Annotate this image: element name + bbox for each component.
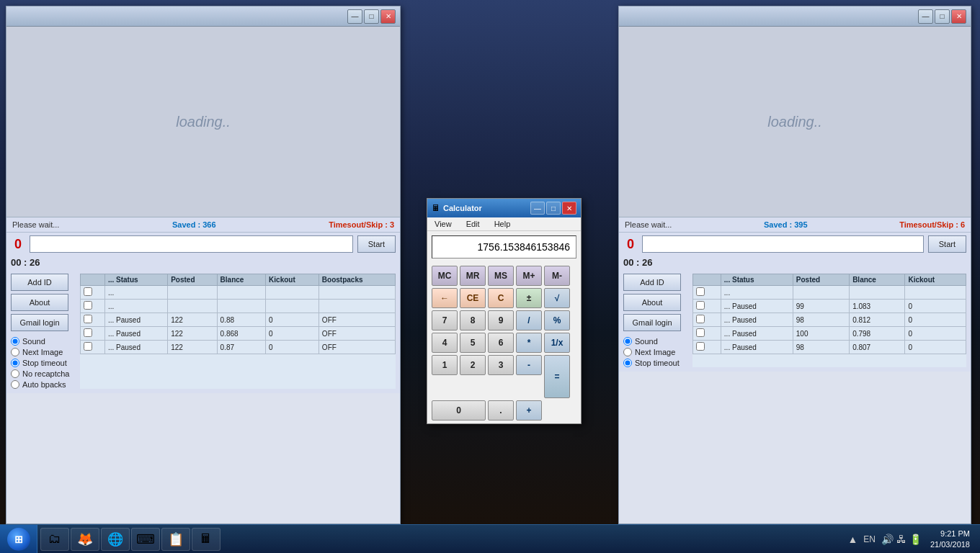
cell-boostpacks: [318, 286, 395, 300]
cell-blance: [217, 286, 266, 300]
window-controls-2: — □ ✕: [918, 9, 966, 24]
calc-btn-div[interactable]: /: [516, 310, 542, 331]
taskbar-item-chrome[interactable]: 🌐: [101, 528, 130, 551]
input-field-1[interactable]: [30, 235, 353, 253]
calc-btn-4[interactable]: 4: [432, 333, 458, 353]
radio-stoptimeout-1[interactable]: Stop timeout: [11, 359, 76, 367]
titlebar-2: — □ ✕: [619, 6, 971, 27]
cell-kickout: 0: [905, 313, 966, 327]
saved-1: Saved : 366: [172, 220, 216, 229]
calc-btn-8[interactable]: 8: [460, 310, 486, 331]
titlebar-1: — □ ✕: [6, 6, 400, 27]
calc-btn-inv[interactable]: 1/x: [544, 333, 570, 353]
gmail-btn-2[interactable]: Gmail login: [623, 314, 681, 331]
start-btn-1[interactable]: Start: [357, 235, 396, 253]
cell-check[interactable]: [693, 327, 721, 341]
table-row: ...: [81, 300, 396, 313]
cell-status: ...: [104, 286, 167, 300]
clock-date: 21/03/2018: [930, 539, 970, 549]
calc-btn-pct[interactable]: %: [544, 310, 570, 331]
calc-btn-mul[interactable]: *: [516, 333, 542, 353]
calc-btn-sqrt[interactable]: √: [544, 288, 570, 308]
calc-btn-9[interactable]: 9: [488, 310, 514, 331]
calc-btn-ms[interactable]: MS: [488, 266, 514, 286]
gmail-btn-1[interactable]: Gmail login: [11, 314, 68, 331]
radio-nextimage-2[interactable]: Next Image: [623, 348, 688, 356]
minimize-btn-2[interactable]: —: [918, 9, 933, 24]
col-status-2: ... Status: [721, 274, 793, 286]
window-controls-1: — □ ✕: [347, 9, 396, 24]
network-icon[interactable]: 🖧: [896, 534, 906, 545]
cell-check[interactable]: [81, 341, 105, 354]
radio-sound-1[interactable]: Sound: [11, 337, 76, 346]
cell-check[interactable]: [693, 313, 721, 327]
calc-btn-1[interactable]: 1: [432, 355, 458, 375]
radio-norecaptcha-1[interactable]: No recaptcha: [11, 369, 76, 378]
taskbar-items: 🗂 🦊 🌐 ⌨ 📋 🖩: [37, 525, 223, 553]
taskbar-right: ▲ EN 🔊 🖧 🔋 9:21 PM 21/03/2018: [842, 525, 980, 553]
add-id-btn-1[interactable]: Add ID: [11, 274, 68, 291]
radio-group-2: Sound Next Image Stop timeout: [623, 337, 688, 367]
cell-check[interactable]: [81, 286, 105, 300]
calc-btn-3[interactable]: 3: [488, 355, 514, 375]
calc-btn-c[interactable]: C: [488, 288, 514, 308]
cell-check[interactable]: [693, 286, 721, 300]
cell-blance: 0.87: [217, 341, 266, 354]
calc-row0: 0 . +: [432, 400, 576, 421]
calc-menu-edit[interactable]: Edit: [463, 219, 483, 229]
calculator-window: 🖩 Calculator — □ ✕ View Edit Help 1756.1…: [427, 198, 582, 424]
taskbar-item-firefox[interactable]: 🦊: [71, 528, 99, 551]
calc-btn-neg[interactable]: ±: [516, 288, 542, 308]
calc-maximize-btn[interactable]: □: [546, 202, 561, 215]
cell-status: ...: [721, 286, 793, 300]
start-btn-2[interactable]: Start: [928, 235, 966, 253]
volume-icon[interactable]: 🔊: [881, 534, 894, 545]
calc-close-btn[interactable]: ✕: [562, 202, 576, 215]
calc-btn-back[interactable]: ←: [432, 288, 458, 308]
calc-btn-mc[interactable]: MC: [432, 266, 458, 286]
calc-menu-help[interactable]: Help: [491, 219, 514, 229]
calc-btn-ce[interactable]: CE: [460, 288, 486, 308]
taskbar-item-app1[interactable]: 📋: [161, 528, 190, 551]
cell-check[interactable]: [81, 313, 105, 327]
lang-icon: ▲: [847, 534, 858, 545]
battery-icon[interactable]: 🔋: [909, 534, 922, 545]
taskbar-item-explorer[interactable]: 🗂: [40, 528, 69, 551]
cell-check[interactable]: [693, 300, 721, 313]
cell-blance: 0.868: [217, 327, 266, 341]
close-btn-1[interactable]: ✕: [380, 9, 396, 24]
taskbar-item-keyboard[interactable]: ⌨: [131, 528, 160, 551]
calc-btn-eq-right[interactable]: =: [544, 355, 570, 398]
calc-btn-0[interactable]: 0: [432, 400, 486, 421]
cell-check[interactable]: [693, 341, 721, 354]
calc-btn-add[interactable]: +: [516, 400, 542, 421]
radio-stoptimeout-2[interactable]: Stop timeout: [623, 359, 688, 367]
calc-btn-dot[interactable]: .: [488, 400, 514, 421]
calc-btn-mplus[interactable]: M+: [516, 266, 542, 286]
calc-minimize-btn[interactable]: —: [530, 202, 545, 215]
cell-check[interactable]: [81, 300, 105, 313]
calc-menu-view[interactable]: View: [432, 219, 455, 229]
add-id-btn-2[interactable]: Add ID: [623, 274, 681, 291]
calc-btn-sub[interactable]: -: [516, 355, 542, 375]
minimize-btn-1[interactable]: —: [347, 9, 362, 24]
taskbar-item-calc[interactable]: 🖩: [192, 528, 220, 551]
calc-func-row: ← CE C ± √: [432, 288, 576, 308]
calc-btn-2[interactable]: 2: [460, 355, 486, 375]
radio-autobpacks-1[interactable]: Auto bpacks: [11, 380, 76, 389]
calc-btn-mr[interactable]: MR: [460, 266, 486, 286]
start-button[interactable]: ⊞: [0, 525, 37, 554]
maximize-btn-2[interactable]: □: [935, 9, 950, 24]
cell-check[interactable]: [81, 327, 105, 341]
close-btn-2[interactable]: ✕: [951, 9, 966, 24]
radio-nextimage-1[interactable]: Next Image: [11, 348, 76, 356]
radio-sound-2[interactable]: Sound: [623, 337, 688, 346]
calc-btn-mminus[interactable]: M-: [544, 266, 570, 286]
about-btn-1[interactable]: About: [11, 294, 68, 311]
maximize-btn-1[interactable]: □: [364, 9, 379, 24]
about-btn-2[interactable]: About: [623, 294, 681, 311]
calc-btn-6[interactable]: 6: [488, 333, 514, 353]
calc-btn-5[interactable]: 5: [460, 333, 486, 353]
input-field-2[interactable]: [642, 235, 924, 253]
calc-btn-7[interactable]: 7: [432, 310, 458, 331]
